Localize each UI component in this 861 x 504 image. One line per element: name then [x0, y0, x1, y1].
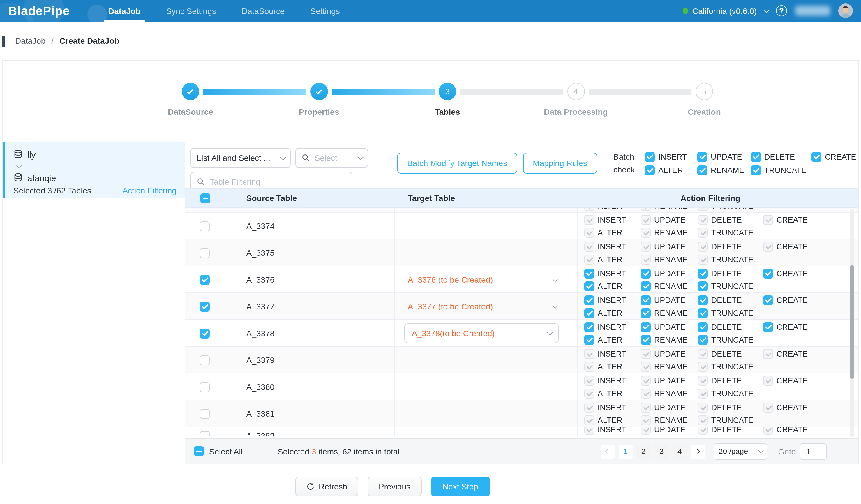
checkbox-label: RENAME	[654, 228, 688, 237]
cluster-region-label[interactable]: California (v0.6.0)	[692, 6, 757, 15]
checkbox-checked[interactable]	[584, 268, 594, 278]
next-step-button[interactable]: Next Step	[431, 477, 490, 496]
checkbox-checked[interactable]	[698, 322, 708, 332]
action-filtering-grid: INSERTUPDATEDELETECREATEALTERRENAMETRUNC…	[584, 401, 816, 426]
checkbox-checked[interactable]	[697, 165, 707, 175]
select-all-checkbox[interactable]	[194, 446, 204, 456]
checkbox-checked[interactable]	[584, 295, 594, 305]
checkbox-checked[interactable]	[698, 281, 708, 291]
page-size-select[interactable]: 20 /page	[713, 443, 767, 460]
table-row: A_3380INSERTUPDATEDELETECREATEALTERRENAM…	[185, 373, 858, 400]
pagination-prev-button[interactable]	[600, 444, 614, 458]
checkbox-checked[interactable]	[641, 268, 651, 278]
row-checkbox[interactable]	[200, 275, 210, 285]
chevron-down-icon[interactable]	[552, 303, 558, 309]
checkbox-disabled	[641, 215, 651, 224]
target-table-name: A_3376 (to be Created)	[403, 275, 493, 284]
action-option-insert: INSERT	[584, 376, 641, 385]
action-option-alter: ALTER	[584, 389, 641, 398]
action-option-rename: RENAME	[641, 389, 698, 398]
chevron-down-icon[interactable]	[764, 7, 769, 13]
checkbox-checked[interactable]	[698, 295, 708, 305]
chevron-down-icon[interactable]	[552, 276, 558, 282]
tables-toolbar: List All and Select ... Select Ta	[185, 142, 858, 195]
previous-button[interactable]: Previous	[368, 477, 422, 496]
checkbox-checked[interactable]	[641, 322, 651, 332]
checkbox-checked[interactable]	[811, 152, 821, 162]
row-checkbox[interactable]	[200, 409, 210, 419]
nav-item-settings[interactable]: Settings	[298, 0, 353, 22]
checkbox-checked[interactable]	[698, 268, 708, 278]
step-label: DataSource	[132, 107, 249, 117]
pagination-next-button[interactable]	[691, 444, 705, 458]
checkbox-label: DELETE	[711, 269, 742, 278]
tables-panel: List All and Select ... Select Ta	[185, 142, 858, 464]
action-option-create: CREATE	[763, 322, 816, 332]
help-icon[interactable]: ?	[776, 5, 787, 16]
checkbox-label: TRUNCATE	[711, 335, 753, 344]
checkbox-label: CREATE	[777, 403, 808, 412]
row-checkbox[interactable]	[200, 355, 210, 365]
breadcrumb-parent[interactable]: DataJob	[15, 36, 45, 45]
action-option-update: UPDATE	[641, 376, 698, 385]
checkbox-checked[interactable]	[584, 308, 594, 318]
checkbox-checked[interactable]	[641, 308, 651, 318]
pagination-page-2[interactable]: 2	[637, 444, 651, 458]
checkbox-checked[interactable]	[763, 322, 773, 332]
checkbox-checked[interactable]	[584, 335, 594, 345]
checkbox-checked[interactable]	[763, 295, 773, 305]
action-filtering-link[interactable]: Action Filtering	[123, 186, 177, 195]
checkbox-checked[interactable]	[641, 295, 651, 305]
nav-item-sync-settings[interactable]: Sync Settings	[153, 0, 229, 22]
checkbox-checked[interactable]	[645, 165, 655, 175]
row-checkbox[interactable]	[200, 221, 210, 231]
action-option-alter: ALTER	[584, 362, 641, 371]
app-logo[interactable]: BladePipe	[8, 4, 96, 18]
checkbox-checked[interactable]	[641, 281, 651, 291]
target-table-select[interactable]: A_3378(to be Created)	[404, 323, 559, 343]
mapping-rules-button[interactable]: Mapping Rules	[523, 153, 597, 174]
checkbox-checked[interactable]	[584, 281, 594, 291]
table-row: A_3382INSERTUPDATEDELETECREATEALTERRENAM…	[185, 427, 858, 436]
checkbox-checked[interactable]	[584, 322, 594, 332]
checkbox-checked[interactable]	[751, 152, 761, 162]
pagination-page-3[interactable]: 3	[655, 444, 668, 458]
checkbox-disabled	[698, 362, 708, 371]
action-option-truncate: TRUNCATE	[698, 208, 763, 210]
checkbox-disabled	[584, 402, 594, 412]
refresh-button[interactable]: Refresh	[295, 477, 358, 496]
checkbox-checked[interactable]	[645, 152, 655, 162]
checkbox-checked[interactable]	[641, 335, 651, 345]
database-icon	[13, 150, 23, 159]
pagination-page-4[interactable]: 4	[672, 444, 686, 458]
nav-item-datasource[interactable]: DataSource	[229, 0, 298, 22]
checkbox-checked[interactable]	[698, 308, 708, 318]
row-checkbox[interactable]	[200, 382, 210, 392]
step-circle-datasource	[182, 83, 199, 100]
action-option-alter: ALTER	[584, 208, 641, 210]
row-checkbox[interactable]	[200, 431, 210, 436]
target-table-cell: A_3378(to be Created)	[395, 320, 578, 347]
datasource-pair-card[interactable]: lly afanqie Selected 3 /62 Tables Action…	[3, 142, 184, 198]
select-page-checkbox[interactable]	[201, 193, 210, 203]
checkbox-checked[interactable]	[763, 268, 773, 278]
goto-page-input[interactable]: 1	[800, 443, 826, 460]
checkbox-checked[interactable]	[698, 335, 708, 345]
list-mode-select[interactable]: List All and Select ...	[191, 148, 291, 168]
table-row: A_3379INSERTUPDATEDELETECREATEALTERRENAM…	[185, 347, 858, 373]
row-checkbox[interactable]	[200, 328, 210, 338]
action-option-truncate: TRUNCATE	[698, 415, 763, 425]
action-option-delete: DELETE	[698, 242, 763, 251]
pagination-page-1[interactable]: 1	[618, 444, 632, 458]
batch-modify-target-names-button[interactable]: Batch Modify Target Names	[397, 153, 517, 174]
row-checkbox[interactable]	[200, 301, 210, 311]
checkbox-checked[interactable]	[697, 152, 707, 162]
row-checkbox[interactable]	[200, 248, 210, 258]
secondary-select[interactable]: Select	[295, 148, 368, 168]
vertical-scrollbar-thumb[interactable]	[850, 265, 854, 379]
action-option-update: UPDATE	[641, 349, 698, 359]
nav-item-datajob[interactable]: DataJob	[96, 0, 153, 22]
create-datajob-card: DataSourceProperties3Tables4Data Process…	[2, 60, 859, 464]
avatar[interactable]	[838, 3, 853, 18]
checkbox-checked[interactable]	[751, 165, 761, 175]
